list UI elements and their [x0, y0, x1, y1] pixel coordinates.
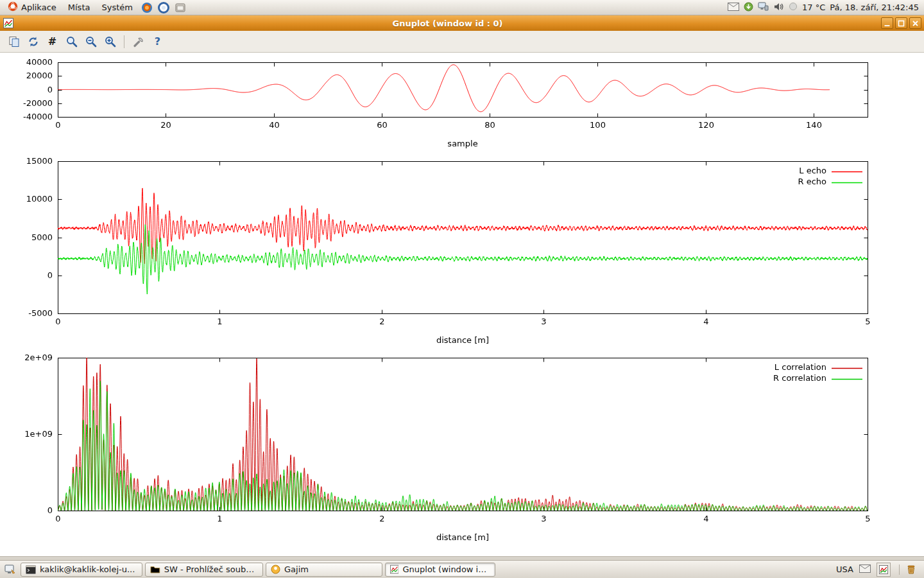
window-titlebar[interactable]: Gnuplot (window id : 0): [0, 15, 924, 31]
task-terminal[interactable]: kaklik@kaklik-kolej-u...: [21, 563, 142, 577]
mail-notification-icon[interactable]: [728, 3, 739, 13]
gnuplot-task-icon: [390, 565, 398, 574]
volume-icon[interactable]: [773, 2, 784, 13]
ubuntu-logo-icon: [8, 1, 18, 13]
chart-tray-icon[interactable]: [877, 563, 891, 577]
trash-applet[interactable]: [899, 565, 920, 575]
copy-to-clipboard-button[interactable]: [5, 33, 22, 50]
menu-applications-label: Aplikace: [21, 3, 56, 12]
zoom-in-button[interactable]: [101, 33, 119, 50]
replot-button[interactable]: [24, 33, 42, 50]
gnuplot-plot-area: [0, 53, 924, 556]
firefox-launcher-icon[interactable]: [139, 1, 155, 15]
settings-button[interactable]: [130, 33, 147, 50]
correlation-chart-canvas[interactable]: [0, 353, 924, 545]
maximize-button[interactable]: [895, 17, 907, 29]
gnuplot-window-icon: [3, 17, 14, 29]
software-update-icon[interactable]: [744, 2, 753, 13]
top-panel: Aplikace Místa Systém: [0, 0, 924, 15]
task-file-browser-label: SW - Prohlížeč souborů: [164, 565, 258, 574]
menu-system-label: Systém: [101, 3, 132, 12]
task-gnuplot[interactable]: Gnuplot (window id : 0): [385, 563, 495, 577]
network-icon[interactable]: [758, 2, 769, 13]
minimize-button[interactable]: [881, 17, 893, 29]
previous-zoom-button[interactable]: [63, 33, 80, 50]
menu-system[interactable]: Systém: [96, 1, 137, 13]
file-browser-icon: [150, 565, 160, 574]
trash-icon: [906, 565, 916, 575]
task-file-browser[interactable]: SW - Prohlížeč souborů: [145, 563, 263, 577]
terminal-icon: [26, 565, 36, 574]
echo-chart-canvas[interactable]: [0, 156, 924, 349]
show-desktop-button[interactable]: [3, 563, 18, 577]
help-glyph: ?: [155, 35, 160, 48]
taskbar: kaklik@kaklik-kolej-u... SW - Prohlížeč …: [0, 560, 924, 578]
menu-places[interactable]: Místa: [63, 1, 96, 13]
toggle-grid-button[interactable]: #: [44, 33, 61, 50]
weather-icon[interactable]: [789, 2, 798, 13]
task-terminal-label: kaklik@kaklik-kolej-u...: [40, 565, 135, 574]
grid-glyph: #: [48, 35, 56, 48]
desktop: { "panel": { "menus": [ {"label": "Aplik…: [0, 0, 924, 578]
help-launcher-icon[interactable]: [156, 1, 171, 15]
menu-places-label: Místa: [68, 3, 90, 12]
keyboard-layout-indicator[interactable]: USA: [836, 565, 853, 574]
close-button[interactable]: [909, 17, 921, 29]
zoom-out-button[interactable]: [82, 33, 99, 50]
menu-applications[interactable]: Aplikace: [3, 0, 62, 15]
clock-applet[interactable]: Pá, 18. září, 21:42:45: [830, 3, 919, 12]
task-gnuplot-label: Gnuplot (window id : 0): [402, 565, 490, 574]
window-title: Gnuplot (window id : 0): [14, 19, 881, 28]
gnuplot-toolbar: # ?: [0, 31, 924, 53]
toolbar-separator: [124, 35, 124, 48]
task-gajim[interactable]: Gajim: [266, 563, 382, 577]
gajim-icon: [271, 565, 280, 574]
sample-waveform-chart-canvas[interactable]: [0, 57, 924, 153]
help-button[interactable]: ?: [149, 33, 166, 50]
terminal-launcher-icon[interactable]: [173, 1, 188, 15]
temperature-indicator[interactable]: 17 °C: [802, 3, 825, 12]
task-gajim-label: Gajim: [284, 565, 309, 574]
mail-tray-icon[interactable]: [859, 565, 871, 575]
